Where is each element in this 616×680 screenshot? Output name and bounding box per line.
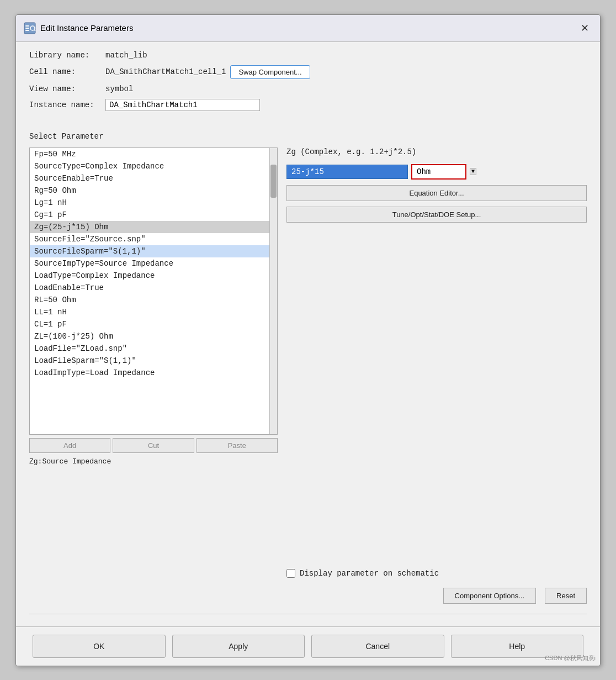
unit-dropdown[interactable]: ▼ [470, 168, 476, 175]
list-item[interactable]: SourceEnable=True [30, 172, 269, 185]
title-bar: Edit Instance Parameters ✕ [16, 15, 600, 42]
view-value: symbol [105, 85, 133, 93]
svg-rect-2 [25, 28, 29, 29]
list-item[interactable]: RL=50 Ohm [30, 294, 269, 306]
cut-button[interactable]: Cut [113, 438, 194, 453]
status-text: Zg:Source Impedance [29, 455, 278, 468]
param-list-inner[interactable]: Fp=50 MHzSourceType=Complex ImpedanceSou… [30, 148, 269, 434]
scrollbar-thumb [270, 165, 277, 198]
divider [29, 614, 587, 614]
bottom-buttons-row: Component Options... Reset [286, 583, 587, 606]
display-param-label: Display parameter on schematic [300, 569, 439, 578]
unit-input[interactable] [411, 164, 466, 180]
library-value: match_lib [105, 51, 147, 60]
title-bar-left: Edit Instance Parameters [24, 22, 133, 34]
cell-row: Cell name: DA_SmithChartMatch1_cell_1 Sw… [29, 65, 587, 79]
list-item[interactable]: Zg=(25-j*15) Ohm [30, 221, 269, 233]
list-item[interactable]: LoadEnable=True [30, 282, 269, 294]
list-item[interactable]: LoadImpType=Load Impedance [30, 367, 269, 379]
cell-label: Cell name: [29, 67, 101, 76]
list-item[interactable]: ZL=(100-j*25) Ohm [30, 330, 269, 342]
cancel-button[interactable]: Cancel [311, 635, 444, 658]
dialog-title: Edit Instance Parameters [40, 23, 133, 33]
close-button[interactable]: ✕ [577, 20, 592, 36]
value-row: ▼ [286, 164, 587, 180]
param-list-scroll-wrapper: Fp=50 MHzSourceType=Complex ImpedanceSou… [29, 147, 278, 435]
list-action-row: Add Cut Paste [29, 435, 278, 455]
select-param-label: Select Parameter [29, 132, 587, 141]
list-item[interactable]: LoadFileSparm="S(1,1)" [30, 355, 269, 367]
view-row: View name: symbol [29, 85, 587, 93]
dialog-content: Library name: match_lib Cell name: DA_Sm… [16, 42, 600, 626]
instance-name-input[interactable] [105, 99, 260, 111]
scrollbar-track[interactable] [269, 148, 277, 434]
list-item[interactable]: SourceFile="ZSource.snp" [30, 233, 269, 245]
value-input[interactable] [286, 165, 408, 179]
param-list-container: Fp=50 MHzSourceType=Complex ImpedanceSou… [29, 147, 278, 606]
svg-rect-1 [25, 25, 29, 27]
list-item[interactable]: LoadType=Complex Impedance [30, 270, 269, 282]
library-label: Library name: [29, 51, 101, 60]
list-item[interactable]: Cg=1 pF [30, 209, 269, 221]
list-item[interactable]: SourceFileSparm="S(1,1)" [30, 245, 269, 257]
display-param-checkbox[interactable] [286, 569, 295, 578]
instance-label: Instance name: [29, 101, 101, 109]
component-options-button[interactable]: Component Options... [443, 588, 536, 604]
dialog-icon [24, 22, 36, 34]
list-item[interactable]: Rg=50 Ohm [30, 185, 269, 197]
instance-row: Instance name: [29, 99, 587, 111]
list-item[interactable]: SourceType=Complex Impedance [30, 160, 269, 172]
param-description: Zg (Complex, e.g. 1.2+j*2.5) [286, 147, 587, 156]
watermark: CSDN @秋风知意i [545, 654, 596, 662]
view-label: View name: [29, 85, 101, 93]
list-item[interactable]: LoadFile="ZLoad.snp" [30, 342, 269, 355]
edit-instance-dialog: Edit Instance Parameters ✕ Library name:… [15, 14, 601, 666]
display-param-row: Display parameter on schematic [286, 569, 587, 578]
tune-button[interactable]: Tune/Opt/Stat/DOE Setup... [286, 207, 587, 223]
apply-button[interactable]: Apply [172, 635, 305, 658]
equation-editor-button[interactable]: Equation Editor... [286, 185, 587, 201]
ok-button[interactable]: OK [33, 635, 166, 658]
add-button[interactable]: Add [29, 438, 110, 453]
list-item[interactable]: Fp=50 MHz [30, 148, 269, 160]
right-panel: Zg (Complex, e.g. 1.2+j*2.5) ▼ Equation … [286, 147, 587, 606]
list-item[interactable]: CL=1 pF [30, 318, 269, 330]
list-item[interactable]: Lg=1 nH [30, 197, 269, 209]
main-area: Fp=50 MHzSourceType=Complex ImpedanceSou… [29, 147, 587, 606]
footer: OK Apply Cancel Help [16, 626, 600, 666]
list-item[interactable]: LL=1 nH [30, 306, 269, 318]
paste-button[interactable]: Paste [197, 438, 278, 453]
svg-rect-3 [25, 30, 29, 31]
list-item[interactable]: SourceImpType=Source Impedance [30, 257, 269, 270]
reset-button[interactable]: Reset [545, 588, 587, 604]
library-row: Library name: match_lib [29, 51, 587, 60]
cell-value: DA_SmithChartMatch1_cell_1 [105, 67, 226, 76]
swap-component-button[interactable]: Swap Component... [230, 65, 310, 79]
